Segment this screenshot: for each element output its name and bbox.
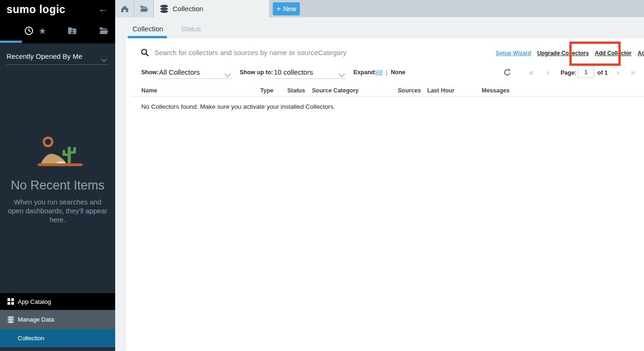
home-icon [121,5,129,13]
recent-clock-icon[interactable] [23,25,35,36]
scrollbar-gutter[interactable] [115,38,125,351]
recently-opened-label: Recently Opened By Me [7,52,83,60]
limit-value: 10 collectors [274,68,313,76]
open-folder-icon [99,27,109,35]
collapse-sidebar-icon[interactable]: ← [98,3,108,14]
empty-table-message: No Collectors found. Make sure you activ… [141,103,335,110]
open-folder-icon [139,5,149,13]
page-number-input[interactable] [578,66,594,78]
sun-icon [44,138,52,146]
desert-illustration [35,135,86,171]
column-header-last-hour[interactable]: Last Hour [427,87,454,94]
search-input[interactable] [154,46,453,59]
column-header-source-category[interactable]: Source Category [312,87,359,94]
upgrade-collectors-link[interactable]: Upgrade Collectors [537,50,589,56]
prev-page-icon[interactable]: ‹ [547,67,549,77]
expand-label: Expand: [353,69,376,76]
table-header-divider [131,96,644,97]
grid-icon [7,297,15,306]
ground [38,163,83,166]
sidebar-item-label: Manage Data [18,316,54,323]
tab-collection[interactable]: Collection [154,0,269,17]
first-page-icon[interactable]: « [529,67,534,77]
subtab-status[interactable]: Status [181,25,201,33]
sidebar-item-label: Collection [18,335,44,342]
column-header-type[interactable]: Type [260,87,273,94]
setup-wizard-link[interactable]: Setup Wizard [496,50,531,56]
sidebar-item-manage-data[interactable]: Manage Data [0,310,115,329]
show-label: Show: [141,69,159,76]
recently-opened-dropdown[interactable]: Recently Opened By Me [7,52,108,65]
new-button-label: New [283,5,296,13]
column-header-name[interactable]: Name [141,87,157,94]
favorites-star-icon[interactable]: ★ [37,25,48,36]
column-header-status[interactable]: Status [287,87,305,94]
expand-all-link[interactable]: All [376,69,382,76]
page-label: Page: [561,70,576,76]
chevron-down-icon [224,71,231,79]
chevron-down-icon [101,56,107,63]
sidebar: sumo logic ← ★ Recently Opened By Me [0,0,115,351]
sidebar-footer-spacer [0,347,115,351]
sidebar-header: sumo logic ← ★ [0,0,115,43]
separator: | [386,69,387,76]
new-button[interactable]: + New [273,2,300,15]
sumo-logic-logo: sumo logic [7,3,65,16]
main-content [115,38,644,351]
toolbar-links: Setup Wizard Upgrade Collectors Add Coll… [496,50,644,56]
chevron-down-icon [339,71,345,79]
shared-folder-icon[interactable] [67,25,78,36]
column-header-sources[interactable]: Sources [398,87,421,94]
show-filter-dropdown[interactable]: All Collectors [158,67,232,79]
database-icon [160,5,168,13]
next-page-icon[interactable]: › [616,67,619,77]
add-collector-link[interactable]: Add Collector [595,50,632,56]
page-of-label: of 1 [597,70,608,76]
home-button[interactable] [115,0,134,17]
no-recent-items-caption: When you run searches and open dashboard… [7,197,109,224]
limit-dropdown[interactable]: 10 collectors [273,67,346,79]
tab-label: Collection [173,5,203,13]
sidebar-item-label: App Catalog [18,298,51,305]
library-button[interactable] [134,0,154,17]
column-header-messages[interactable]: Messages [482,87,510,94]
rail-active-indicator [0,41,22,43]
sidebar-item-app-catalog[interactable]: App Catalog [0,293,115,310]
library-folder-icon[interactable] [98,25,109,36]
database-icon [7,316,15,324]
no-recent-items-title: No Recent Items [0,178,115,193]
refresh-icon[interactable] [504,69,511,78]
sidebar-item-collection[interactable]: Collection [0,329,115,347]
access-keys-link[interactable]: Access Keys [637,50,644,56]
show-up-to-label: Show up to: [240,69,273,76]
expand-none-link[interactable]: None [391,69,405,76]
plus-icon: + [277,5,281,13]
last-page-icon[interactable]: » [630,67,636,77]
clock-icon [24,26,34,35]
show-filter-value: All Collectors [159,68,200,76]
subtab-collection[interactable]: Collection [132,25,163,33]
search-icon[interactable] [141,49,149,58]
folder-person-icon [68,27,77,35]
